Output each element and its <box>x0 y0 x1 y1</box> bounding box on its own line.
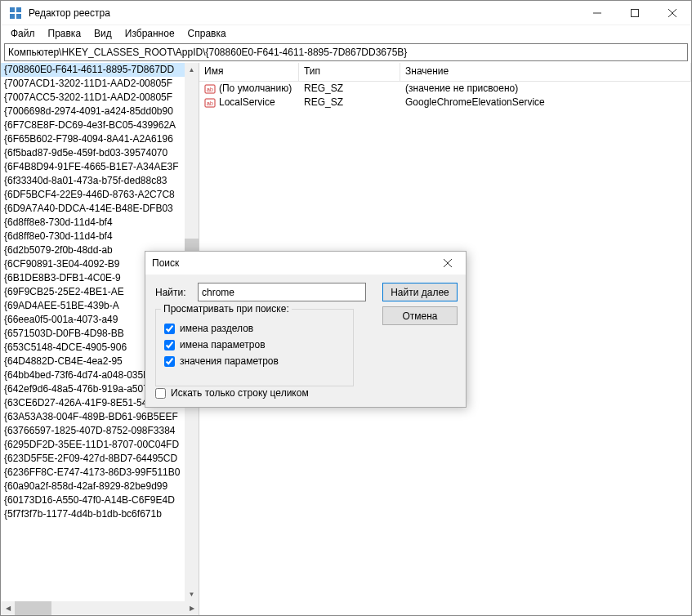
menu-help[interactable]: Справка <box>181 27 233 40</box>
menu-view[interactable]: Вид <box>87 27 118 40</box>
opt-values[interactable]: имена параметров <box>164 337 345 352</box>
list-row[interactable]: abLocalServiceREG_SZGoogleChromeElevatio… <box>199 96 691 109</box>
menu-favorites[interactable]: Избранное <box>118 27 181 40</box>
tree-row[interactable]: {6F65B602-F798-4094-8A41-A2A6196 <box>1 132 199 146</box>
svg-rect-1 <box>16 7 21 12</box>
whole-word[interactable]: Искать только строку целиком <box>155 387 309 399</box>
menu-file[interactable]: Файл <box>4 27 42 40</box>
whole-word-label: Искать только строку целиком <box>171 387 309 399</box>
find-dialog-titlebar[interactable]: Поиск <box>145 252 466 275</box>
minimize-button[interactable] <box>578 1 616 25</box>
titlebar[interactable]: Редактор реестра <box>1 1 691 25</box>
cell-name: ab(По умолчанию) <box>199 82 299 96</box>
tree-row[interactable]: {63766597-1825-407D-8752-098F3384 <box>1 424 199 438</box>
find-dialog-body: Найти: Найти далее Отмена Просматривать … <box>145 275 466 407</box>
tree-row[interactable]: {6236FF8C-E747-4173-86D3-99F511B0 <box>1 466 199 480</box>
opt-data-label: значения параметров <box>180 355 279 367</box>
whole-word-checkbox[interactable] <box>155 388 166 399</box>
find-label: Найти: <box>155 287 191 298</box>
hscroll-thumb[interactable] <box>15 601 51 615</box>
close-button[interactable] <box>654 1 691 25</box>
tree-row[interactable]: {6F7C8E8F-DC69-4e3f-BC05-439962A <box>1 118 199 132</box>
opt-values-checkbox[interactable] <box>164 340 175 350</box>
opt-keys-checkbox[interactable] <box>164 324 175 334</box>
svg-rect-2 <box>10 14 15 19</box>
opt-data[interactable]: значения параметров <box>164 354 345 368</box>
find-input[interactable] <box>198 283 366 301</box>
dialog-buttons: Найти далее Отмена <box>382 283 458 330</box>
tree-row[interactable]: {7006698d-2974-4091-a424-85dd0b90 <box>1 105 199 118</box>
tree-row[interactable]: {708860E0-F641-4611-8895-7D867DD <box>1 63 199 77</box>
string-value-icon: ab <box>204 97 216 109</box>
tree-row[interactable]: {6d8ff8e0-730d-11d4-bf4 <box>1 230 199 243</box>
cell-type: REG_SZ <box>299 96 400 109</box>
find-dialog-close[interactable] <box>429 252 466 275</box>
look-at-group: Просматривать при поиске: имена разделов… <box>155 309 354 386</box>
tree-row[interactable]: {60173D16-A550-47f0-A14B-C6F9E4D <box>1 493 199 507</box>
svg-rect-3 <box>16 14 21 19</box>
scroll-right-arrow[interactable]: ▶ <box>185 605 199 612</box>
cell-name: abLocalService <box>199 96 299 109</box>
scroll-up-arrow[interactable]: ▲ <box>185 63 199 77</box>
find-dialog[interactable]: Поиск Найти: Найти далее Отмена Просматр… <box>145 251 467 408</box>
look-at-legend: Просматривать при поиске: <box>161 303 292 315</box>
opt-keys-label: имена разделов <box>180 323 253 334</box>
maximize-button[interactable] <box>616 1 654 25</box>
tree-row[interactable]: {6F4B8D94-91FE-4665-B1E7-A34AE3F <box>1 160 199 174</box>
svg-rect-5 <box>632 9 639 16</box>
tree-row[interactable]: {623D5F5E-2F09-427d-8BD7-64495CD <box>1 452 199 466</box>
tree-hscroll[interactable]: ◀ ▶ <box>1 601 199 615</box>
tree-row[interactable]: {6f5bad87-9d5e-459f-bd03-39574070 <box>1 146 199 160</box>
tree-row[interactable]: {5f7f3f7b-1177-4d4b-b1db-bc6f671b <box>1 507 199 521</box>
tree-row[interactable]: {6DF5BCF4-22E9-446D-8763-A2C7C8 <box>1 188 199 202</box>
tree-row[interactable]: {60a90a2f-858d-42af-8929-82be9d99 <box>1 480 199 493</box>
opt-keys[interactable]: имена разделов <box>164 321 345 336</box>
scroll-down-arrow[interactable]: ▼ <box>185 587 199 601</box>
menubar: Файл Правка Вид Избранное Справка <box>1 25 691 42</box>
app-icon <box>9 7 22 20</box>
find-next-button[interactable]: Найти далее <box>382 283 458 301</box>
tree-row[interactable]: {6295DF2D-35EE-11D1-8707-00C04FD <box>1 438 199 452</box>
list-row[interactable]: ab(По умолчанию)REG_SZ(значение не присв… <box>199 82 691 96</box>
tree-row[interactable]: {7007ACC5-3202-11D1-AAD2-00805F <box>1 91 199 105</box>
cell-value: GoogleChromeElevationService <box>400 96 691 109</box>
svg-text:ab: ab <box>207 87 213 92</box>
tree-row[interactable]: {6d8ff8e8-730d-11d4-bf4 <box>1 216 199 230</box>
cell-type: REG_SZ <box>299 82 400 96</box>
col-type[interactable]: Тип <box>299 63 400 81</box>
find-dialog-title: Поиск <box>152 257 429 269</box>
list-header: Имя Тип Значение <box>199 63 691 82</box>
cell-value: (значение не присвоено) <box>400 82 691 96</box>
string-value-icon: ab <box>204 83 216 95</box>
col-value[interactable]: Значение <box>400 63 691 81</box>
window-buttons <box>578 1 691 25</box>
opt-values-label: имена параметров <box>180 339 266 350</box>
cancel-button[interactable]: Отмена <box>382 306 458 325</box>
col-name[interactable]: Имя <box>199 63 299 81</box>
address-bar[interactable]: Компьютер\HKEY_CLASSES_ROOT\AppID\{70886… <box>4 43 688 61</box>
hscroll-track[interactable] <box>15 601 185 615</box>
tree-row[interactable]: {7007ACD1-3202-11D1-AAD2-00805F <box>1 77 199 91</box>
svg-text:ab: ab <box>207 100 213 106</box>
tree-row[interactable]: {63A53A38-004F-489B-BD61-96B5EEF <box>1 410 199 424</box>
tree-row[interactable]: {6f33340d-8a01-473a-b75f-ded88c83 <box>1 174 199 188</box>
tree-row[interactable]: {6D9A7A40-DDCA-414E-B48E-DFB03 <box>1 202 199 216</box>
opt-data-checkbox[interactable] <box>164 356 175 367</box>
menu-edit[interactable]: Правка <box>42 27 88 40</box>
scroll-left-arrow[interactable]: ◀ <box>1 605 15 612</box>
window-title: Редактор реестра <box>29 7 578 19</box>
svg-rect-0 <box>10 7 15 12</box>
